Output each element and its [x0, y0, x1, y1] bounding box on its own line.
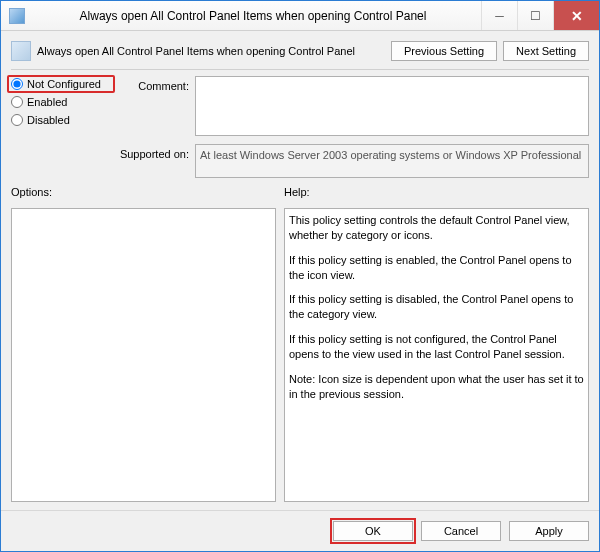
radio-disabled[interactable]: Disabled — [11, 114, 111, 126]
radio-disabled-input[interactable] — [11, 114, 23, 126]
policy-header: Always open All Control Panel Items when… — [11, 37, 589, 69]
radio-not-configured-label: Not Configured — [27, 78, 101, 90]
cancel-button[interactable]: Cancel — [421, 521, 501, 541]
policy-icon — [11, 41, 31, 61]
dialog-footer: OK Cancel Apply — [1, 510, 599, 551]
radio-not-configured-input[interactable] — [11, 78, 23, 90]
window-title: Always open All Control Panel Items when… — [25, 9, 481, 23]
maximize-button[interactable]: ☐ — [517, 1, 553, 30]
help-text: If this policy setting is enabled, the C… — [289, 253, 584, 283]
radio-enabled-input[interactable] — [11, 96, 23, 108]
close-button[interactable]: ✕ — [553, 1, 599, 30]
comment-textarea[interactable] — [195, 76, 589, 136]
next-setting-button[interactable]: Next Setting — [503, 41, 589, 61]
radio-enabled-label: Enabled — [27, 96, 67, 108]
policy-editor-window: Always open All Control Panel Items when… — [0, 0, 600, 552]
help-panel[interactable]: This policy setting controls the default… — [284, 208, 589, 502]
divider — [11, 69, 589, 70]
help-text: If this policy setting is not configured… — [289, 332, 584, 362]
apply-button[interactable]: Apply — [509, 521, 589, 541]
ok-button[interactable]: OK — [333, 521, 413, 541]
options-panel[interactable] — [11, 208, 276, 502]
radio-enabled[interactable]: Enabled — [11, 96, 111, 108]
radio-not-configured[interactable]: Not Configured — [7, 75, 115, 93]
previous-setting-button[interactable]: Previous Setting — [391, 41, 497, 61]
help-label: Help: — [284, 186, 589, 200]
radio-disabled-label: Disabled — [27, 114, 70, 126]
policy-name: Always open All Control Panel Items when… — [37, 45, 385, 57]
supported-on-box: At least Windows Server 2003 operating s… — [195, 144, 589, 178]
help-text: This policy setting controls the default… — [289, 213, 584, 243]
comment-label: Comment: — [119, 76, 189, 138]
supported-label: Supported on: — [119, 144, 189, 178]
app-icon — [9, 8, 25, 24]
minimize-button[interactable]: ─ — [481, 1, 517, 30]
options-label: Options: — [11, 186, 276, 200]
help-text: If this policy setting is disabled, the … — [289, 292, 584, 322]
help-text: Note: Icon size is dependent upon what t… — [289, 372, 584, 402]
titlebar[interactable]: Always open All Control Panel Items when… — [1, 1, 599, 31]
